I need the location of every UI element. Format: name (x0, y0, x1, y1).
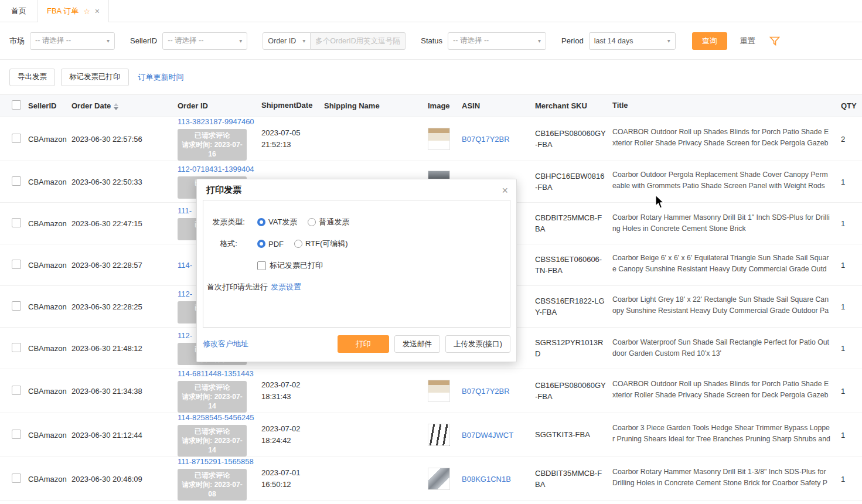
cell-title: COARBOR Outdoor Roll up Shades Blinds fo… (612, 379, 836, 403)
cell-qty: 1 (836, 302, 862, 311)
header-order-date[interactable]: Order Date (71, 101, 178, 110)
row-checkbox[interactable] (12, 386, 21, 395)
radio-selected-icon (257, 240, 265, 248)
product-image[interactable] (428, 468, 450, 490)
header-shipment-date: ShipmentDate (261, 100, 324, 111)
cell-seller-id: CBAmazon (28, 219, 71, 228)
cell-order-date: 2023-06-30 22:28:25 (71, 302, 178, 311)
tab-close-icon[interactable]: × (95, 6, 100, 16)
row-checkbox[interactable] (12, 301, 21, 311)
cell-title: Coarbor Light Grey 18' x 22' Rectangle S… (612, 294, 836, 319)
cell-shipment-date: 2023-07-0116:50:12 (261, 467, 324, 491)
row-checkbox[interactable] (12, 218, 21, 227)
cell-seller-id: CBAmazon (28, 261, 71, 270)
badge-line2: 请求时间: 2023-07-14 (179, 392, 246, 411)
asin-link[interactable]: B07Q17Y2BR (462, 135, 510, 144)
cell-order-date: 2023-06-30 21:48:12 (71, 344, 178, 353)
favorite-star-icon[interactable]: ☆ (83, 7, 90, 16)
cell-qty: 1 (836, 431, 862, 440)
market-select[interactable]: -- 请选择 -- ▾ (30, 32, 115, 50)
mark-invoice-printed-button[interactable]: 标记发票已打印 (61, 69, 129, 86)
header-image: Image (428, 101, 462, 110)
asin-link[interactable]: B07DW4JWCT (462, 431, 513, 440)
order-id-link[interactable]: 111-8715291-1565858 (178, 457, 255, 466)
order-id-input[interactable] (311, 32, 406, 50)
cell-title: Coarbor Beige 6' x 6' x 6' Equilateral T… (612, 253, 836, 277)
row-checkbox[interactable] (12, 343, 21, 352)
row-checkbox[interactable] (12, 474, 21, 483)
cell-order-date: 2023-06-30 22:57:56 (71, 135, 178, 144)
cell-merchant-sku: CBSS16ET060606-TN-FBA (535, 254, 612, 277)
cell-shipment-date: 2023-07-0218:31:43 (261, 379, 324, 403)
upload-invoice-button[interactable]: 上传发票(接口) (445, 335, 510, 353)
cell-order-date: 2023-06-30 20:46:09 (71, 475, 178, 483)
tab-fba-orders[interactable]: FBA 订单 ☆ × (38, 0, 109, 22)
row-checkbox[interactable] (12, 430, 21, 439)
radio-normal-invoice[interactable]: 普通发票 (308, 217, 349, 227)
header-title: Title (612, 100, 836, 111)
badge-line1: 已请求评论 (179, 471, 246, 480)
radio-vat-invoice[interactable]: VAT发票 (257, 217, 297, 227)
send-email-button[interactable]: 发送邮件 (394, 335, 440, 353)
review-requested-badge: 已请求评论 请求时间: 2023-07-14 (178, 425, 247, 457)
cell-order-date: 2023-06-30 22:47:15 (71, 219, 178, 228)
cell-order-date: 2023-06-30 21:34:38 (71, 387, 178, 396)
period-select[interactable]: last 14 days ▾ (589, 32, 676, 50)
radio-pdf[interactable]: PDF (257, 240, 284, 248)
cell-seller-id: CBAmazon (28, 475, 71, 483)
mark-printed-checkbox[interactable]: 标记发票已打印 (257, 260, 323, 271)
cell-title: Coarbor Outdoor Pergola Replacement Shad… (612, 169, 836, 194)
filter-funnel-icon[interactable] (769, 36, 780, 46)
row-checkbox[interactable] (12, 176, 21, 186)
cell-merchant-sku: CB16EPS080060GY-FBA (535, 380, 612, 403)
row-checkbox[interactable] (12, 134, 21, 143)
asin-link[interactable]: B07Q17Y2BR (462, 387, 510, 396)
first-print-hint: 首次打印请先进行 (207, 282, 268, 292)
cell-merchant-sku: CBSS16ER1822-LGY-FBA (535, 295, 612, 318)
invoice-settings-link[interactable]: 发票设置 (271, 282, 301, 292)
asin-link[interactable]: B08KG1CN1B (462, 475, 511, 483)
export-invoice-button[interactable]: 导出发票 (9, 69, 55, 86)
period-label: Period (561, 36, 584, 45)
chevron-down-icon: ▾ (667, 38, 670, 44)
sort-icon[interactable] (114, 103, 118, 110)
badge-line1: 已请求评论 (179, 427, 246, 436)
order-id-link[interactable]: 114-6811448-1351443 (178, 369, 255, 378)
cell-title: Coarbor 3 Piece Garden Tools Hedge Shear… (612, 423, 836, 447)
cell-qty: 2 (836, 135, 862, 144)
row-checkbox[interactable] (12, 260, 21, 269)
cell-title: COARBOR Outdoor Roll up Shades Blinds fo… (612, 127, 836, 151)
reset-button[interactable]: 重置 (735, 32, 760, 50)
modal-form: 发票类型: VAT发票 普通发票 格式: PDF RTF(可编 (203, 200, 510, 328)
badge-line2: 请求时间: 2023-07-16 (179, 140, 246, 159)
modify-customer-address-link[interactable]: 修改客户地址 (203, 339, 248, 349)
chevron-down-icon: ▾ (302, 38, 305, 44)
order-update-time-link[interactable]: 订单更新时间 (138, 72, 184, 83)
search-button[interactable]: 查询 (692, 32, 727, 50)
modal-close-icon[interactable]: × (502, 185, 508, 196)
product-image[interactable] (428, 424, 450, 446)
table-row: CBAmazon 2023-06-30 21:34:38 114-6811448… (0, 369, 862, 413)
order-id-link[interactable]: 114-8258545-5456245 (178, 413, 255, 422)
order-id-filter-group: Order ID ▾ (263, 32, 406, 50)
print-button[interactable]: 打印 (338, 335, 389, 353)
checkbox-icon (257, 261, 266, 270)
product-image[interactable] (428, 128, 450, 150)
cell-merchant-sku: CBDBIT35MMCB-FBA (535, 468, 612, 491)
cell-seller-id: CBAmazon (28, 387, 71, 396)
radio-rtf[interactable]: RTF(可编辑) (294, 239, 348, 249)
product-image[interactable] (428, 380, 450, 402)
status-select[interactable]: -- 请选择 -- ▾ (448, 32, 546, 50)
review-requested-badge: 已请求评论 请求时间: 2023-07-14 (178, 381, 247, 413)
table-toolbar: 导出发票 标记发票已打印 订单更新时间 (0, 60, 862, 94)
order-id-link[interactable]: 113-3823187-9947460 (178, 117, 255, 126)
select-all-checkbox[interactable] (12, 100, 21, 110)
radio-unselected-icon (294, 240, 302, 248)
cell-order-id: 114-6811448-1351443 已请求评论 请求时间: 2023-07-… (178, 369, 261, 413)
order-id-type-select[interactable]: Order ID ▾ (263, 32, 311, 50)
tab-home[interactable]: 首页 (0, 0, 38, 22)
seller-id-select[interactable]: -- 请选择 -- ▾ (162, 32, 247, 50)
order-id-link[interactable]: 112-0718431-1399404 (178, 165, 255, 173)
cell-merchant-sku: SGRS12PYR1013RD (535, 337, 612, 360)
chevron-down-icon: ▾ (538, 38, 541, 44)
